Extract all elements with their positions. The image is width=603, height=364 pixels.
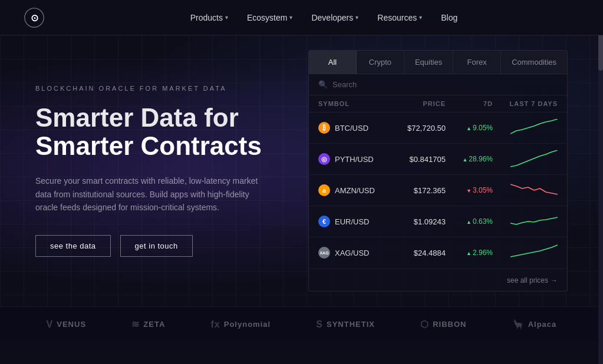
change-cell: 3.05%	[446, 186, 493, 194]
see-data-button[interactable]: see the data	[35, 235, 111, 257]
symbol-cell: XAG XAG/USD	[318, 247, 401, 259]
symbol-label: PYTH/USD	[335, 155, 374, 164]
get-in-touch-button[interactable]: get in touch	[120, 235, 193, 257]
nav-blog[interactable]: Blog	[441, 13, 457, 22]
nav-ecosystem[interactable]: Ecosystem ▾	[247, 13, 292, 22]
price-cell: $24.4884	[401, 249, 446, 257]
change-cell: 2.96%	[446, 249, 493, 257]
table-row[interactable]: ₿ BTC/USD $72,720.50 9.05%	[309, 112, 567, 144]
symbol-icon: XAG	[318, 247, 330, 259]
partner-icon: ⬡	[420, 319, 429, 330]
chevron-down-icon: ▾	[225, 14, 228, 21]
nav-products[interactable]: Products ▾	[190, 13, 228, 22]
table-row[interactable]: XAG XAG/USD $24.4884 2.96%	[309, 237, 567, 269]
change-cell: 28.96%	[446, 155, 493, 163]
search-input[interactable]	[332, 80, 558, 89]
price-cell: $72,720.50	[401, 124, 446, 133]
symbol-icon: €	[318, 216, 330, 227]
symbol-cell: ◎ PYTH/USD	[318, 153, 401, 165]
change-cell: 9.05%	[446, 124, 493, 132]
chevron-down-icon: ▾	[419, 14, 422, 21]
tab-all[interactable]: All	[309, 51, 357, 74]
partner-icon: fx	[211, 319, 220, 330]
partner-venus: VVENUS	[47, 319, 86, 330]
hero-title: Smarter Data for Smarter Contracts	[35, 104, 302, 161]
partner-name: SYNTHETIX	[327, 320, 375, 329]
hero-price-panel: All Crypto Equities Forex Commodities 🔍 …	[302, 50, 568, 292]
hero-title-bold: Smarter Contracts	[35, 131, 262, 160]
hero-subtitle: Secure your smart contracts with reliabl…	[35, 174, 271, 214]
table-rows: ₿ BTC/USD $72,720.50 9.05% ◎ PYTH/USD $0…	[309, 112, 567, 269]
scrollbar[interactable]	[598, 0, 603, 364]
symbol-icon: ◎	[318, 153, 330, 165]
change-cell: 0.63%	[446, 217, 493, 226]
svg-text:⊙: ⊙	[31, 12, 38, 23]
logo[interactable]: ⊙	[24, 7, 45, 28]
col-7d: 7D	[446, 100, 493, 107]
nav-links: Products ▾ Ecosystem ▾ Developers ▾ Reso…	[68, 13, 579, 22]
partner-name: RIBBON	[433, 320, 466, 329]
sparkline-cell	[493, 213, 558, 230]
see-all-prices-link[interactable]: see all prices →	[507, 276, 558, 284]
partner-synthetix: SSYNTHETIX	[316, 319, 375, 330]
col-price: PRICE	[401, 100, 446, 107]
table-row[interactable]: ◎ PYTH/USD $0.841705 28.96%	[309, 144, 567, 175]
tab-crypto[interactable]: Crypto	[357, 51, 404, 74]
partner-icon: 🦙	[512, 319, 525, 330]
partner-polynomial: fxPolynomial	[211, 319, 271, 330]
partner-zeta: ≋ZETA	[131, 319, 165, 330]
partner-ribbon: ⬡RIBBON	[420, 319, 466, 330]
symbol-icon: a	[318, 184, 330, 196]
search-row: 🔍	[309, 74, 567, 95]
sparkline-cell	[493, 181, 558, 199]
tab-forex[interactable]: Forex	[453, 51, 501, 74]
price-cell: $172.365	[401, 186, 446, 195]
partner-alpaca: 🦙Alpaca	[512, 319, 557, 330]
partner-icon: V	[47, 319, 54, 330]
partner-name: Alpaca	[528, 320, 557, 329]
partner-name: VENUS	[57, 320, 86, 329]
tab-commodities[interactable]: Commodities	[501, 51, 567, 74]
table-header: SYMBOL PRICE 7D LAST 7 DAYS	[309, 95, 567, 112]
sparkline-cell	[493, 119, 558, 137]
partner-icon: S	[316, 319, 323, 330]
sparkline-cell	[493, 244, 558, 262]
chevron-down-icon: ▾	[289, 14, 292, 21]
symbol-label: XAG/USD	[335, 249, 370, 257]
partner-icon: ≋	[131, 319, 140, 330]
col-last7: LAST 7 DAYS	[493, 100, 558, 107]
hero-buttons: see the data get in touch	[35, 235, 302, 257]
col-symbol: SYMBOL	[318, 100, 401, 107]
chevron-down-icon: ▾	[355, 14, 358, 21]
table-row[interactable]: a AMZN/USD $172.365 3.05%	[309, 175, 567, 206]
symbol-label: AMZN/USD	[335, 186, 375, 195]
symbol-icon: ₿	[318, 122, 330, 134]
price-cell: $1.09243	[401, 217, 446, 226]
search-icon: 🔍	[318, 80, 328, 89]
symbol-cell: € EUR/USD	[318, 216, 401, 227]
hero-content: BLOCKCHAIN ORACLE FOR MARKET DATA Smarte…	[35, 85, 302, 257]
symbol-label: BTC/USD	[335, 124, 368, 133]
price-table: All Crypto Equities Forex Commodities 🔍 …	[308, 50, 568, 292]
price-cell: $0.841705	[401, 155, 446, 164]
table-row[interactable]: € EUR/USD $1.09243 0.63%	[309, 206, 567, 237]
nav-developers[interactable]: Developers ▾	[311, 13, 358, 22]
navbar: ⊙ Products ▾ Ecosystem ▾ Developers ▾ Re…	[0, 0, 603, 35]
symbol-label: EUR/USD	[335, 217, 370, 226]
sparkline-cell	[493, 150, 558, 168]
hero-section: BLOCKCHAIN ORACLE FOR MARKET DATA Smarte…	[0, 35, 603, 306]
partner-logos-bar: VVENUS≋ZETAfxPolynomialSSYNTHETIX⬡RIBBON…	[0, 306, 603, 342]
arrow-right-icon: →	[551, 276, 558, 284]
symbol-cell: a AMZN/USD	[318, 184, 401, 196]
tab-equities[interactable]: Equities	[404, 51, 453, 74]
hero-eyebrow: BLOCKCHAIN ORACLE FOR MARKET DATA	[35, 85, 302, 92]
partner-name: Polynomial	[224, 320, 271, 329]
nav-resources[interactable]: Resources ▾	[377, 13, 422, 22]
filter-tabs: All Crypto Equities Forex Commodities	[309, 51, 567, 74]
see-all-row: see all prices →	[309, 269, 567, 291]
symbol-cell: ₿ BTC/USD	[318, 122, 401, 134]
partner-name: ZETA	[143, 320, 165, 329]
